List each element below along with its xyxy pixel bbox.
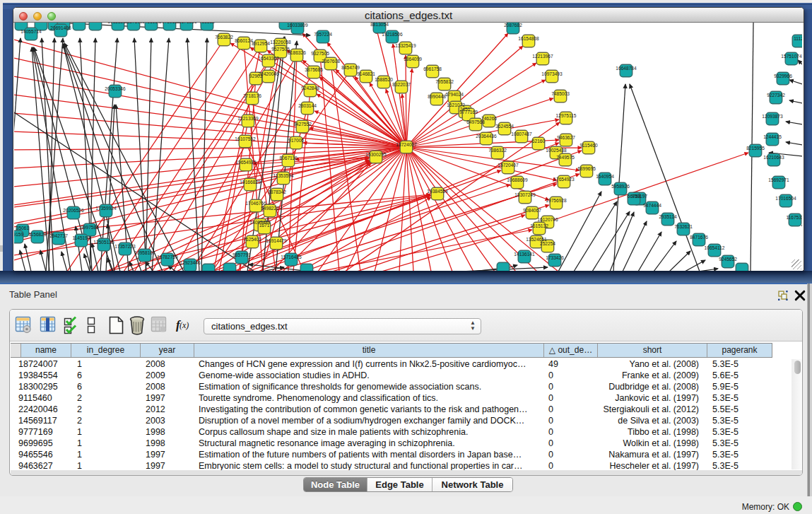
svg-text:1145194: 1145194 (72, 235, 90, 240)
svg-text:8912954: 8912954 (252, 41, 270, 46)
svg-text:15300295: 15300295 (365, 152, 387, 157)
svg-text:16782759: 16782759 (157, 255, 178, 259)
svg-text:12923446: 12923446 (180, 260, 201, 265)
svg-text:17016504: 17016504 (775, 196, 796, 201)
svg-text:16033809: 16033809 (287, 23, 308, 28)
svg-text:1671: 1671 (259, 223, 270, 228)
svg-text:16648784: 16648784 (616, 66, 637, 71)
svg-text:1112: 1112 (794, 36, 802, 41)
svg-text:7663822: 7663822 (215, 35, 233, 40)
svg-text:6466160: 6466160 (142, 23, 160, 24)
svg-text:17046766: 17046766 (245, 201, 266, 206)
svg-text:1864099: 1864099 (404, 57, 422, 62)
svg-text:9474444: 9474444 (643, 203, 661, 208)
svg-text:19166829: 19166829 (240, 180, 261, 185)
svg-text:9084067: 9084067 (523, 208, 541, 213)
svg-text:20691406: 20691406 (50, 25, 71, 30)
svg-text:19218506: 19218506 (382, 32, 403, 37)
svg-text:10025438: 10025438 (546, 148, 567, 153)
svg-text:20053346: 20053346 (105, 86, 126, 91)
svg-text:62160: 62160 (532, 139, 546, 144)
svg-text:3624554: 3624554 (495, 124, 514, 129)
svg-text:16914479: 16914479 (266, 238, 287, 243)
svg-text:7485003: 7485003 (551, 91, 570, 96)
svg-text:12505135: 12505135 (93, 240, 114, 245)
svg-text:1156829: 1156829 (28, 232, 47, 237)
svg-text:6899695: 6899695 (577, 166, 596, 171)
svg-text:1527602: 1527602 (124, 23, 143, 24)
svg-text:1640954: 1640954 (596, 174, 614, 179)
svg-text:751552: 751552 (199, 23, 215, 24)
svg-text:7955812: 7955812 (435, 79, 454, 84)
svg-text:9327505: 9327505 (311, 51, 329, 56)
svg-text:6961758: 6961758 (423, 66, 442, 71)
svg-text:1588520: 1588520 (375, 77, 393, 82)
svg-text:7632621: 7632621 (674, 224, 693, 229)
svg-text:19384554: 19384554 (427, 189, 448, 194)
svg-text:66753: 66753 (628, 194, 641, 199)
svg-text:19654925: 19654925 (235, 160, 257, 165)
svg-text:13226058: 13226058 (270, 40, 291, 45)
svg-text:12213967: 12213967 (532, 54, 553, 59)
svg-text:746266: 746266 (481, 116, 497, 121)
svg-text:8471676: 8471676 (690, 235, 708, 240)
svg-text:252254: 252254 (540, 241, 555, 246)
svg-text:19756928: 19756928 (546, 198, 567, 203)
svg-text:8067110: 8067110 (279, 156, 298, 160)
svg-text:7386322: 7386322 (488, 148, 507, 153)
svg-text:9242848: 9242848 (301, 86, 319, 90)
svg-text:16210643: 16210643 (763, 155, 784, 160)
svg-text:9146821: 9146821 (357, 71, 375, 76)
svg-text:9245652: 9245652 (719, 257, 737, 262)
svg-text:7449575: 7449575 (556, 155, 575, 160)
svg-text:35061: 35061 (16, 226, 30, 230)
svg-text:2942737: 2942737 (49, 233, 68, 238)
svg-text:12975115: 12975115 (556, 113, 577, 118)
svg-text:9777169: 9777169 (459, 110, 478, 115)
svg-text:8878342: 8878342 (268, 189, 286, 194)
svg-text:(x): (x) (180, 320, 189, 330)
svg-text:2367608: 2367608 (322, 59, 340, 64)
svg-text:7357224: 7357224 (314, 32, 332, 37)
svg-text:15751074: 15751074 (781, 54, 802, 59)
svg-text:15716485: 15716485 (281, 255, 302, 259)
svg-text:9857791: 9857791 (233, 252, 251, 257)
svg-text:8427552: 8427552 (293, 122, 312, 127)
svg-text:14136141: 14136141 (514, 252, 535, 257)
svg-text:15692971: 15692971 (768, 177, 789, 182)
svg-text:10807487: 10807487 (511, 132, 532, 136)
svg-text:8813054: 8813054 (370, 23, 389, 27)
svg-text:16671365: 16671365 (176, 23, 197, 24)
svg-text:16120746: 16120746 (537, 217, 558, 222)
svg-text:1615132: 1615132 (530, 223, 548, 228)
svg-text:10688609: 10688609 (507, 177, 528, 182)
svg-text:1244415: 1244415 (763, 134, 782, 139)
svg-text:2718176: 2718176 (243, 93, 261, 98)
svg-text:12213369: 12213369 (237, 116, 259, 121)
svg-text:5958926: 5958926 (611, 184, 630, 189)
svg-text:22420046: 22420046 (258, 71, 279, 76)
svg-text:7625402: 7625402 (243, 237, 261, 242)
svg-text:18724007: 18724007 (396, 142, 417, 147)
svg-text:2935114: 2935114 (659, 214, 677, 219)
svg-text:9463627: 9463627 (557, 135, 575, 140)
svg-text:10654112: 10654112 (705, 245, 725, 250)
svg-text:8186326: 8186326 (288, 50, 306, 55)
svg-text:20206526: 20206526 (63, 208, 84, 213)
svg-text:8660124: 8660124 (235, 38, 253, 43)
svg-text:9115460: 9115460 (579, 143, 598, 148)
svg-text:917006: 917006 (288, 138, 304, 143)
svg-text:8215955: 8215955 (746, 146, 765, 151)
svg-text:17654923: 17654923 (553, 177, 575, 182)
svg-text:15720407: 15720407 (498, 163, 519, 168)
svg-text:17359924: 17359924 (95, 206, 117, 211)
svg-text:16107552: 16107552 (235, 136, 256, 141)
svg-text:18307249: 18307249 (514, 192, 536, 197)
svg-text:17357223: 17357223 (114, 244, 136, 249)
svg-text:10973493: 10973493 (541, 71, 563, 76)
svg-text:9997586: 9997586 (81, 225, 99, 230)
svg-text:9329966: 9329966 (774, 74, 792, 78)
svg-text:11353594: 11353594 (273, 173, 294, 178)
svg-text:13325419: 13325419 (395, 43, 416, 48)
svg-text:2087682: 2087682 (504, 23, 522, 28)
